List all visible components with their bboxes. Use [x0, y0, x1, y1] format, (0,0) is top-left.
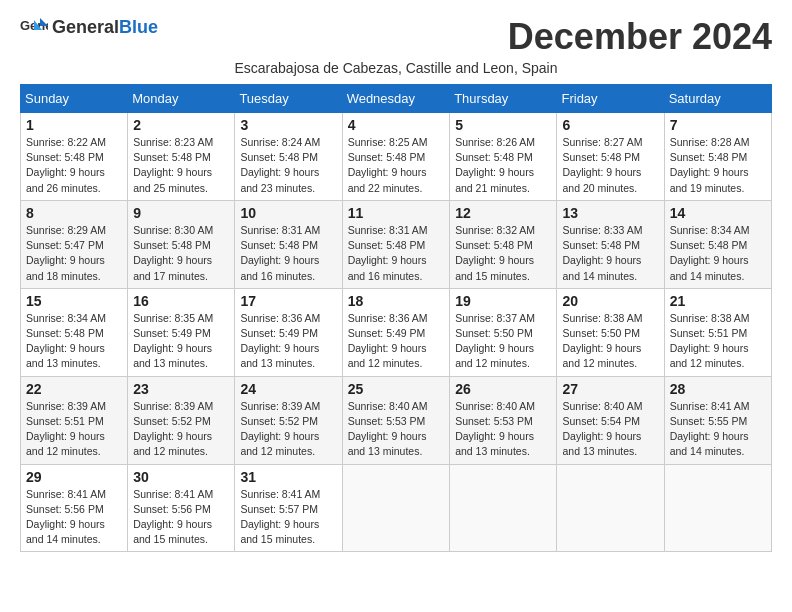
calendar-cell: 5 Sunrise: 8:26 AM Sunset: 5:48 PM Dayli… [450, 113, 557, 201]
day-number: 4 [348, 117, 445, 133]
day-number: 6 [562, 117, 658, 133]
day-number: 28 [670, 381, 766, 397]
calendar-cell: 14 Sunrise: 8:34 AM Sunset: 5:48 PM Dayl… [664, 200, 771, 288]
calendar-cell: 31 Sunrise: 8:41 AM Sunset: 5:57 PM Dayl… [235, 464, 342, 552]
day-info: Sunrise: 8:40 AM Sunset: 5:54 PM Dayligh… [562, 399, 658, 460]
day-number: 9 [133, 205, 229, 221]
calendar-cell: 12 Sunrise: 8:32 AM Sunset: 5:48 PM Dayl… [450, 200, 557, 288]
calendar-cell: 10 Sunrise: 8:31 AM Sunset: 5:48 PM Dayl… [235, 200, 342, 288]
calendar-cell: 3 Sunrise: 8:24 AM Sunset: 5:48 PM Dayli… [235, 113, 342, 201]
day-number: 16 [133, 293, 229, 309]
day-number: 15 [26, 293, 122, 309]
day-info: Sunrise: 8:41 AM Sunset: 5:57 PM Dayligh… [240, 487, 336, 548]
day-info: Sunrise: 8:41 AM Sunset: 5:56 PM Dayligh… [26, 487, 122, 548]
day-info: Sunrise: 8:28 AM Sunset: 5:48 PM Dayligh… [670, 135, 766, 196]
calendar-cell: 4 Sunrise: 8:25 AM Sunset: 5:48 PM Dayli… [342, 113, 450, 201]
logo-general: General [52, 17, 119, 37]
calendar-cell: 19 Sunrise: 8:37 AM Sunset: 5:50 PM Dayl… [450, 288, 557, 376]
calendar-cell: 1 Sunrise: 8:22 AM Sunset: 5:48 PM Dayli… [21, 113, 128, 201]
calendar-cell: 6 Sunrise: 8:27 AM Sunset: 5:48 PM Dayli… [557, 113, 664, 201]
day-info: Sunrise: 8:26 AM Sunset: 5:48 PM Dayligh… [455, 135, 551, 196]
day-number: 1 [26, 117, 122, 133]
day-number: 21 [670, 293, 766, 309]
day-number: 24 [240, 381, 336, 397]
day-number: 19 [455, 293, 551, 309]
calendar-cell: 28 Sunrise: 8:41 AM Sunset: 5:55 PM Dayl… [664, 376, 771, 464]
calendar-cell: 18 Sunrise: 8:36 AM Sunset: 5:49 PM Dayl… [342, 288, 450, 376]
weekday-header-monday: Monday [128, 85, 235, 113]
weekday-header-saturday: Saturday [664, 85, 771, 113]
day-number: 22 [26, 381, 122, 397]
day-number: 8 [26, 205, 122, 221]
day-info: Sunrise: 8:24 AM Sunset: 5:48 PM Dayligh… [240, 135, 336, 196]
day-info: Sunrise: 8:41 AM Sunset: 5:55 PM Dayligh… [670, 399, 766, 460]
day-info: Sunrise: 8:22 AM Sunset: 5:48 PM Dayligh… [26, 135, 122, 196]
day-number: 18 [348, 293, 445, 309]
weekday-header-tuesday: Tuesday [235, 85, 342, 113]
day-number: 29 [26, 469, 122, 485]
day-number: 14 [670, 205, 766, 221]
calendar-cell: 8 Sunrise: 8:29 AM Sunset: 5:47 PM Dayli… [21, 200, 128, 288]
day-info: Sunrise: 8:39 AM Sunset: 5:51 PM Dayligh… [26, 399, 122, 460]
day-number: 2 [133, 117, 229, 133]
calendar-cell: 2 Sunrise: 8:23 AM Sunset: 5:48 PM Dayli… [128, 113, 235, 201]
calendar-cell: 17 Sunrise: 8:36 AM Sunset: 5:49 PM Dayl… [235, 288, 342, 376]
day-info: Sunrise: 8:23 AM Sunset: 5:48 PM Dayligh… [133, 135, 229, 196]
day-info: Sunrise: 8:39 AM Sunset: 5:52 PM Dayligh… [240, 399, 336, 460]
day-number: 27 [562, 381, 658, 397]
day-info: Sunrise: 8:27 AM Sunset: 5:48 PM Dayligh… [562, 135, 658, 196]
weekday-header-thursday: Thursday [450, 85, 557, 113]
day-number: 25 [348, 381, 445, 397]
day-info: Sunrise: 8:25 AM Sunset: 5:48 PM Dayligh… [348, 135, 445, 196]
calendar-cell [664, 464, 771, 552]
calendar-cell: 15 Sunrise: 8:34 AM Sunset: 5:48 PM Dayl… [21, 288, 128, 376]
day-info: Sunrise: 8:40 AM Sunset: 5:53 PM Dayligh… [348, 399, 445, 460]
day-number: 17 [240, 293, 336, 309]
calendar-cell: 22 Sunrise: 8:39 AM Sunset: 5:51 PM Dayl… [21, 376, 128, 464]
calendar-cell: 7 Sunrise: 8:28 AM Sunset: 5:48 PM Dayli… [664, 113, 771, 201]
day-info: Sunrise: 8:38 AM Sunset: 5:50 PM Dayligh… [562, 311, 658, 372]
logo-icon: Gene [20, 16, 48, 38]
day-info: Sunrise: 8:34 AM Sunset: 5:48 PM Dayligh… [26, 311, 122, 372]
day-number: 31 [240, 469, 336, 485]
calendar-cell: 21 Sunrise: 8:38 AM Sunset: 5:51 PM Dayl… [664, 288, 771, 376]
subtitle: Escarabajosa de Cabezas, Castille and Le… [20, 60, 772, 76]
calendar-cell: 25 Sunrise: 8:40 AM Sunset: 5:53 PM Dayl… [342, 376, 450, 464]
day-info: Sunrise: 8:30 AM Sunset: 5:48 PM Dayligh… [133, 223, 229, 284]
calendar-cell [557, 464, 664, 552]
day-number: 10 [240, 205, 336, 221]
day-info: Sunrise: 8:40 AM Sunset: 5:53 PM Dayligh… [455, 399, 551, 460]
day-info: Sunrise: 8:32 AM Sunset: 5:48 PM Dayligh… [455, 223, 551, 284]
day-info: Sunrise: 8:36 AM Sunset: 5:49 PM Dayligh… [348, 311, 445, 372]
calendar-cell: 20 Sunrise: 8:38 AM Sunset: 5:50 PM Dayl… [557, 288, 664, 376]
day-number: 7 [670, 117, 766, 133]
weekday-header-friday: Friday [557, 85, 664, 113]
calendar-cell: 13 Sunrise: 8:33 AM Sunset: 5:48 PM Dayl… [557, 200, 664, 288]
month-title: December 2024 [508, 16, 772, 58]
day-info: Sunrise: 8:33 AM Sunset: 5:48 PM Dayligh… [562, 223, 658, 284]
day-number: 11 [348, 205, 445, 221]
calendar-cell: 26 Sunrise: 8:40 AM Sunset: 5:53 PM Dayl… [450, 376, 557, 464]
day-info: Sunrise: 8:39 AM Sunset: 5:52 PM Dayligh… [133, 399, 229, 460]
day-number: 13 [562, 205, 658, 221]
day-number: 12 [455, 205, 551, 221]
calendar-cell: 29 Sunrise: 8:41 AM Sunset: 5:56 PM Dayl… [21, 464, 128, 552]
day-info: Sunrise: 8:41 AM Sunset: 5:56 PM Dayligh… [133, 487, 229, 548]
header-top: Gene GeneralBlue December 2024 [20, 16, 772, 58]
day-info: Sunrise: 8:37 AM Sunset: 5:50 PM Dayligh… [455, 311, 551, 372]
day-info: Sunrise: 8:31 AM Sunset: 5:48 PM Dayligh… [240, 223, 336, 284]
calendar: SundayMondayTuesdayWednesdayThursdayFrid… [20, 84, 772, 552]
day-info: Sunrise: 8:35 AM Sunset: 5:49 PM Dayligh… [133, 311, 229, 372]
weekday-header-sunday: Sunday [21, 85, 128, 113]
calendar-cell: 30 Sunrise: 8:41 AM Sunset: 5:56 PM Dayl… [128, 464, 235, 552]
logo-blue: Blue [119, 17, 158, 37]
calendar-cell: 24 Sunrise: 8:39 AM Sunset: 5:52 PM Dayl… [235, 376, 342, 464]
day-number: 3 [240, 117, 336, 133]
calendar-cell [450, 464, 557, 552]
day-number: 5 [455, 117, 551, 133]
calendar-cell: 27 Sunrise: 8:40 AM Sunset: 5:54 PM Dayl… [557, 376, 664, 464]
calendar-cell: 11 Sunrise: 8:31 AM Sunset: 5:48 PM Dayl… [342, 200, 450, 288]
weekday-header-wednesday: Wednesday [342, 85, 450, 113]
day-number: 26 [455, 381, 551, 397]
calendar-cell [342, 464, 450, 552]
